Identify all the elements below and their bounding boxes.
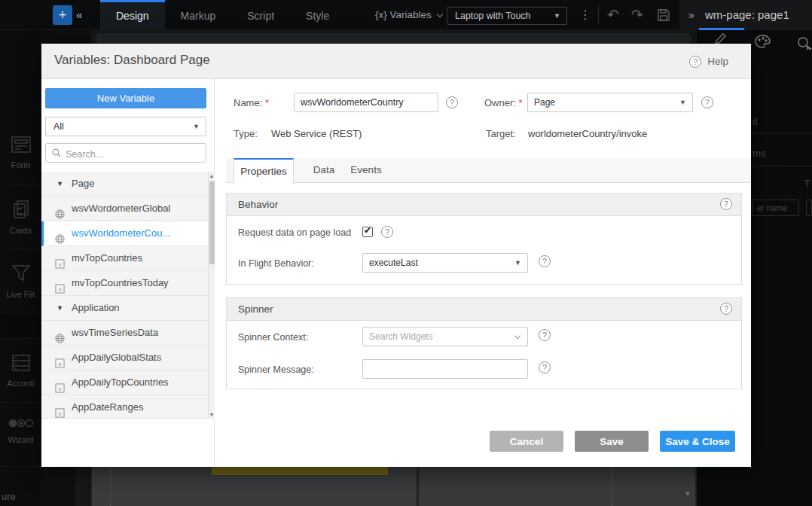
palette-item-label: Live Filt — [0, 290, 41, 299]
check-icon: ✔ — [364, 225, 371, 236]
svg-text:x: x — [58, 261, 62, 268]
tab-events[interactable]: Events — [344, 158, 388, 183]
toolbar-tab-design[interactable]: Design — [100, 0, 165, 30]
help-circle-icon: ? — [689, 56, 701, 68]
palette-item-accordi[interactable]: Accordi — [0, 339, 41, 403]
style-palette-icon[interactable] — [755, 35, 771, 51]
name-input[interactable] — [294, 93, 438, 112]
owner-help-icon[interactable]: ? — [701, 96, 713, 108]
scroll-up-icon[interactable]: ▲ — [209, 173, 215, 178]
toolbar-tab-style[interactable]: Style — [290, 0, 345, 30]
spinner-help-icon[interactable]: ? — [720, 303, 732, 315]
inflight-help-icon[interactable]: ? — [539, 255, 551, 267]
owner-label: Owner: * — [484, 97, 523, 108]
help-link[interactable]: ?Help — [689, 54, 728, 68]
tab-properties[interactable]: Properties — [234, 158, 294, 184]
behavior-help-icon[interactable]: ? — [720, 198, 732, 210]
variable-group-page[interactable]: ▼Page — [41, 172, 215, 197]
spinner-context-placeholder: Search Widgets — [369, 331, 433, 342]
list-scrollbar[interactable]: ▲ ▼ — [208, 172, 215, 419]
tab-data[interactable]: Data — [305, 158, 343, 183]
group-collapse-icon[interactable]: ▼ — [56, 172, 63, 196]
request-data-checkbox[interactable]: ✔ — [362, 227, 373, 237]
model-variable-icon: x — [55, 403, 65, 419]
owner-select[interactable]: Page ▼ — [527, 93, 693, 112]
more-menu-icon[interactable]: ⋮ — [579, 0, 591, 30]
highlighted-widget-bar — [212, 467, 388, 475]
group-collapse-icon[interactable]: ▼ — [56, 296, 63, 320]
spinner-context-select[interactable]: Search Widgets — [362, 327, 528, 346]
palette-item-form[interactable]: Form — [0, 120, 41, 184]
scroll-down-icon[interactable]: ▼ — [684, 489, 691, 498]
expand-icon[interactable]: » — [688, 0, 694, 30]
variable-filter-value: All — [53, 121, 64, 132]
live-filter-icon — [10, 273, 32, 285]
palette-item-live-filt[interactable]: Live Filt — [0, 248, 41, 312]
required-mark: * — [265, 97, 269, 108]
caret-down-icon: ▼ — [193, 117, 200, 136]
search-input[interactable] — [66, 149, 194, 160]
svg-text:x: x — [58, 361, 62, 367]
palette-item-label: Form — [0, 160, 41, 169]
toolbar-tab-script[interactable]: Script — [231, 0, 290, 30]
variable-filter-select[interactable]: All ▼ — [45, 117, 206, 136]
variable-search[interactable] — [45, 143, 206, 163]
variable-group-application[interactable]: ▼Application — [41, 296, 215, 321]
variable-item-appdailytopcountries[interactable]: xAppDailyTopCountries — [41, 370, 215, 395]
right-panel-fragment-3: T — [804, 178, 810, 189]
request-data-label: Request data on page load — [238, 227, 351, 238]
editor-mode-tabs: DesignMarkupScriptStyle — [100, 0, 345, 30]
behavior-section-header: Behavior ? — [227, 194, 741, 216]
add-button[interactable]: + — [53, 5, 72, 25]
scrollbar-thumb[interactable] — [209, 181, 215, 264]
save-close-button[interactable]: Save & Close — [660, 431, 735, 452]
variable-item-wsvwordometerglobal[interactable]: wsvWordometerGlobal — [41, 197, 215, 221]
new-variable-button[interactable]: New Variable — [45, 88, 206, 108]
variable-item-appdailyglobalstats[interactable]: xAppDailyGlobalStats — [41, 346, 215, 370]
device-select[interactable]: Laptop with Touch ▼ — [447, 7, 567, 25]
request-data-help-icon[interactable]: ? — [381, 226, 393, 238]
variable-item-mvtopcountriestoday[interactable]: xmvTopCountriesToday — [41, 271, 215, 296]
inflight-label: In Flight Behavior: — [238, 258, 314, 269]
inflight-select[interactable]: executeLast ▼ — [362, 253, 528, 273]
variable-label: wsvTimeSeriesData — [72, 321, 158, 345]
toolbar-tab-markup[interactable]: Markup — [165, 0, 232, 30]
collapse-panel-icon[interactable]: « — [76, 0, 82, 30]
scroll-down-icon[interactable]: ▼ — [209, 412, 215, 417]
dialog-title: Variables: Dashboard Page — [54, 53, 210, 68]
device-select-value: Laptop with Touch — [455, 11, 531, 21]
palette-item-label: Wizard — [0, 435, 41, 444]
canvas-panel-right — [419, 467, 695, 506]
widget-palette: FormCardsLive FiltAccordiWizard — [0, 30, 41, 506]
svg-text:x: x — [58, 386, 62, 392]
target-label: Target: — [486, 128, 516, 139]
variables-menu-label: {x} Variables — [375, 9, 432, 20]
right-panel-input-fragment: er name — [752, 200, 799, 216]
page-title: wm-page: page1 — [705, 0, 789, 30]
undo-icon[interactable]: ↶ — [607, 0, 619, 30]
owner-select-value: Page — [534, 97, 555, 108]
spinner-context-help-icon[interactable]: ? — [539, 329, 551, 341]
cancel-button[interactable]: Cancel — [490, 431, 563, 452]
right-panel-input-fragment-2 — [806, 200, 812, 216]
variable-item-wsvtimeseriesdata[interactable]: wsvTimeSeriesData — [41, 321, 215, 346]
save-icon[interactable] — [657, 8, 670, 25]
variables-menu[interactable]: {x} Variables — [375, 0, 442, 30]
variable-item-mvtopcountries[interactable]: xmvTopCountries — [41, 246, 215, 271]
spinner-message-help-icon[interactable]: ? — [539, 361, 551, 373]
spinner-context-label: Spinner Context: — [238, 332, 308, 343]
name-help-icon[interactable]: ? — [446, 96, 458, 108]
inspect-cursor-icon[interactable] — [797, 36, 812, 54]
save-button[interactable]: Save — [575, 431, 649, 452]
redo-icon[interactable]: ↷ — [631, 0, 643, 30]
palette-item-wizard[interactable]: Wizard — [0, 403, 41, 467]
chevron-down-icon — [437, 11, 443, 17]
variables-dialog: Variables: Dashboard Page ?Help New Vari… — [41, 44, 751, 467]
spinner-message-input[interactable] — [362, 359, 528, 379]
variable-label: mvTopCountries — [72, 246, 142, 270]
variable-item-wsvworldometercou-[interactable]: wsvWorldometerCou... — [41, 221, 215, 246]
palette-item-cards[interactable]: Cards — [0, 184, 41, 248]
variable-item-appdateranges[interactable]: xAppDateRanges — [41, 395, 215, 419]
variable-label: AppDailyTopCountries — [72, 370, 169, 395]
variable-label: mvTopCountriesToday — [72, 271, 169, 295]
